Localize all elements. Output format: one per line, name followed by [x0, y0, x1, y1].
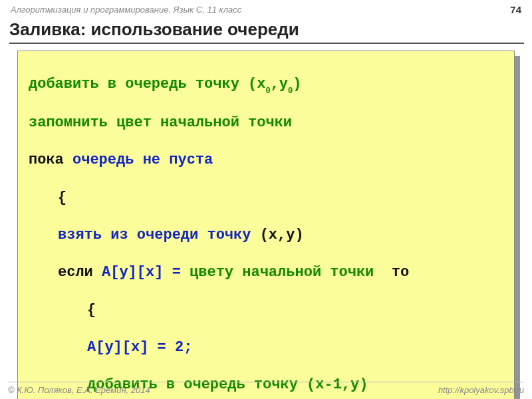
code-line: если A[y][x] = цвету начальной точки то [58, 263, 506, 282]
course-name: Алгоритмизация и программирование. Язык … [11, 5, 241, 15]
code-line: A[y][x] = 2; [87, 338, 506, 357]
page-number: 74 [510, 4, 521, 15]
slide-title: Заливка: использование очереди [9, 19, 524, 44]
code-block: добавить в очередь точку (x0,y0) запомни… [17, 51, 515, 399]
code-line: { [87, 301, 506, 320]
code-line: взять из очереди точку (x,y) [58, 226, 506, 245]
code-line: добавить в очередь точку (x0,y0) [29, 75, 506, 95]
code-line: { [58, 189, 506, 207]
copyright: © К.Ю. Поляков, Е.А. Ерёмин, 2014 [8, 385, 150, 395]
code-container: добавить в очередь точку (x0,y0) запомни… [17, 51, 515, 399]
code-line: запомнить цвет начальной точки [29, 114, 506, 132]
header-bar: Алгоритмизация и программирование. Язык … [8, 4, 524, 18]
code-line: пока очередь не пуста [29, 151, 506, 170]
footer: © К.Ю. Поляков, Е.А. Ерёмин, 2014 http:/… [8, 382, 524, 395]
footer-url: http://kpolyakov.spb.ru [438, 385, 524, 395]
slide: Алгоритмизация и программирование. Язык … [0, 0, 532, 399]
